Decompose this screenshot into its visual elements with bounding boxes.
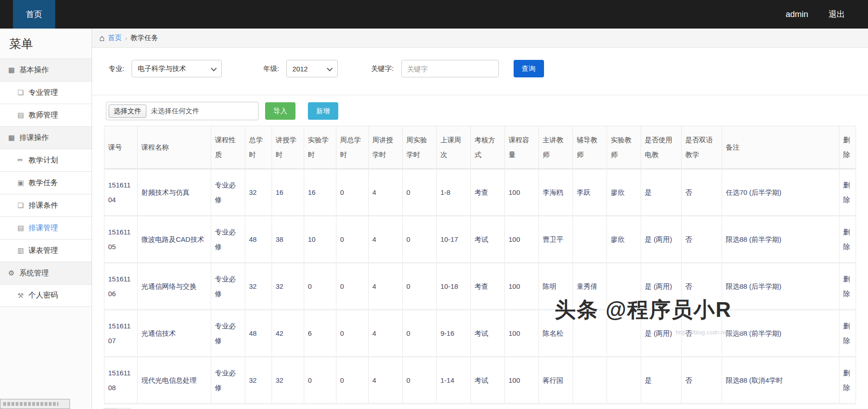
sidebar-item-教师管理[interactable]: ▤教师管理 xyxy=(0,104,92,126)
column-header: 讲授学时 xyxy=(272,126,304,169)
books-icon: ▥ xyxy=(17,246,29,255)
table-cell: 否 xyxy=(682,357,722,404)
column-header: 删除 xyxy=(839,126,856,169)
table-cell: 0 xyxy=(304,263,336,310)
sidebar-item-label: 教学计划 xyxy=(29,156,58,165)
table-cell: 4 xyxy=(369,263,403,310)
table-cell: 4 xyxy=(369,216,403,263)
sidebar-item-label: 排课操作 xyxy=(19,133,49,143)
delete-link[interactable]: 删除 xyxy=(843,369,850,391)
columns-icon: ▦ xyxy=(8,66,19,74)
sidebar-item-排课操作[interactable]: ▦排课操作 xyxy=(0,126,92,149)
grade-select[interactable]: 2012 xyxy=(286,60,338,77)
table-row: 15161105微波电路及CAD技术专业必修48381004010-17考试10… xyxy=(104,216,856,263)
table-cell: 蒋行国 xyxy=(539,357,573,404)
table-cell: 光通信网络与交换 xyxy=(138,263,211,310)
sidebar-item-label: 教师管理 xyxy=(29,111,58,120)
logout-button[interactable]: 退出 xyxy=(828,9,845,20)
table-cell: 考试 xyxy=(471,357,505,404)
table-cell: 32 xyxy=(245,169,272,216)
column-header: 备注 xyxy=(722,126,839,169)
table-cell xyxy=(573,310,607,357)
table-cell: 现代光电信息处理 xyxy=(138,357,211,404)
table-cell: 0 xyxy=(336,263,369,310)
table-cell: 32 xyxy=(245,263,272,310)
sidebar-item-label: 课表管理 xyxy=(29,246,58,256)
delete-link[interactable]: 删除 xyxy=(843,275,850,298)
delete-link[interactable]: 删除 xyxy=(843,181,850,204)
column-header: 课号 xyxy=(104,126,138,169)
table-cell: 100 xyxy=(505,169,539,216)
sidebar-item-系统管理[interactable]: ⚙系统管理 xyxy=(0,262,92,284)
table-cell: 考试 xyxy=(471,216,505,263)
column-header: 课程名称 xyxy=(138,126,211,169)
add-button[interactable]: 新增 xyxy=(308,102,338,120)
table-cell: 15161104 xyxy=(104,169,138,216)
table-cell: 是 (两用) xyxy=(641,310,682,357)
sidebar-item-教学任务[interactable]: ▣教学任务 xyxy=(0,171,92,194)
table-header-row: 课号课程名称课程性质总学时讲授学时实验学时周总学时周讲授学时周实验学时上课周次考… xyxy=(104,126,856,169)
table-cell: 32 xyxy=(272,357,304,404)
file-input[interactable]: 选择文件 未选择任何文件 xyxy=(106,102,259,120)
course-table: 课号课程名称课程性质总学时讲授学时实验学时周总学时周讲授学时周实验学时上课周次考… xyxy=(104,126,856,404)
sidebar-item-label: 教学任务 xyxy=(29,178,58,188)
username[interactable]: admin xyxy=(786,10,808,19)
table-cell: 李跃 xyxy=(573,169,607,216)
table-cell: 考查 xyxy=(471,169,505,216)
table-cell: 42 xyxy=(272,310,304,357)
delete-link[interactable]: 删除 xyxy=(843,228,850,251)
search-button[interactable]: 查询 xyxy=(514,60,544,77)
table-cell: 廖欣 xyxy=(607,169,641,216)
sidebar-item-个人密码[interactable]: ⚒个人密码 xyxy=(0,284,92,307)
table-cell: 专业必修 xyxy=(211,216,245,263)
table-cell: 考试 xyxy=(471,310,505,357)
no-file-selected-text: 未选择任何文件 xyxy=(151,107,199,116)
table-body: 15161104射频技术与仿真专业必修3216160401-8考查100李海鸥李… xyxy=(104,169,856,404)
table-cell: 16 xyxy=(272,169,304,216)
table-cell: 李海鸥 xyxy=(539,169,573,216)
table-cell: 是 (两用) xyxy=(641,263,682,310)
sidebar-item-专业管理[interactable]: ❏专业管理 xyxy=(0,81,92,104)
sidebar-item-教学计划[interactable]: ✏教学计划 xyxy=(0,149,92,171)
delete-link[interactable]: 删除 xyxy=(843,322,850,345)
sidebar-item-课表管理[interactable]: ▥课表管理 xyxy=(0,239,92,262)
table-cell: 陈名松 xyxy=(539,310,573,357)
breadcrumb-home-link[interactable]: 首页 xyxy=(108,34,122,42)
table-cell: 专业必修 xyxy=(211,263,245,310)
sidebar-item-label: 个人密码 xyxy=(29,291,58,300)
column-header: 周讲授学时 xyxy=(369,126,403,169)
import-button[interactable]: 导入 xyxy=(265,102,295,120)
sidebar-item-label: 排课管理 xyxy=(29,223,58,233)
tab-home[interactable]: 首页 xyxy=(13,0,55,29)
table-cell-delete: 删除 xyxy=(839,310,856,357)
table-cell: 专业必修 xyxy=(211,357,245,404)
topbar-right: admin 退出 xyxy=(786,0,868,29)
table-cell: 16 xyxy=(304,169,336,216)
table-cell: 否 xyxy=(682,263,722,310)
table-cell: 考查 xyxy=(471,263,505,310)
column-header: 总学时 xyxy=(245,126,272,169)
table-cell-delete: 删除 xyxy=(839,357,856,404)
sidebar-item-排课条件[interactable]: ❏排课条件 xyxy=(0,194,92,216)
table-cell xyxy=(607,263,641,310)
breadcrumb-current: 教学任务 xyxy=(130,34,158,42)
table-cell: 9-16 xyxy=(437,310,471,357)
sidebar-item-label: 基本操作 xyxy=(19,65,49,75)
table-cell: 0 xyxy=(336,169,369,216)
keyword-input[interactable] xyxy=(401,60,499,77)
table-cell: 1-14 xyxy=(437,357,471,404)
table-cell: 0 xyxy=(403,169,437,216)
table-cell: 100 xyxy=(505,310,539,357)
sidebar-item-排课管理[interactable]: ▤排课管理 xyxy=(0,216,92,239)
breadcrumb-separator: › xyxy=(125,34,127,42)
table-cell xyxy=(607,357,641,404)
sidebar-item-基本操作[interactable]: ▦基本操作 xyxy=(0,58,92,81)
choose-file-button[interactable]: 选择文件 xyxy=(109,105,146,118)
column-header: 辅导教师 xyxy=(573,126,607,169)
table-cell: 100 xyxy=(505,216,539,263)
major-select[interactable]: 电子科学与技术 xyxy=(132,60,222,77)
table-cell: 是 (两用) xyxy=(641,216,682,263)
topbar: 首页 admin 退出 xyxy=(0,0,868,29)
table-cell: 38 xyxy=(272,216,304,263)
table-cell xyxy=(607,310,641,357)
